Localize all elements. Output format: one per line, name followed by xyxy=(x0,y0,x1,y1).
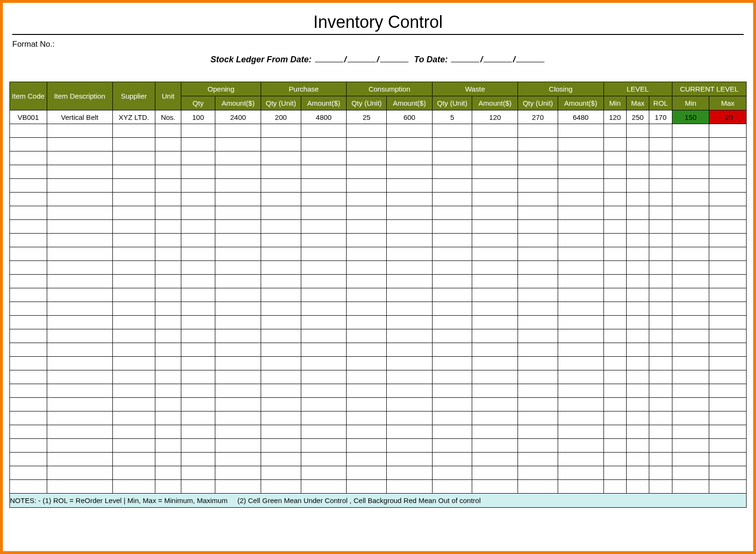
empty-cell[interactable] xyxy=(387,165,433,179)
cell-item-desc[interactable]: Vertical Belt xyxy=(47,110,112,124)
empty-cell[interactable] xyxy=(155,370,181,384)
empty-cell[interactable] xyxy=(603,288,626,302)
empty-cell[interactable] xyxy=(558,165,603,179)
empty-cell[interactable] xyxy=(181,480,215,494)
cell-opening-qty[interactable]: 100 xyxy=(181,110,215,124)
empty-cell[interactable] xyxy=(603,329,626,343)
empty-cell[interactable] xyxy=(155,261,181,275)
empty-cell[interactable] xyxy=(10,165,47,179)
empty-cell[interactable] xyxy=(558,466,603,480)
empty-cell[interactable] xyxy=(112,329,155,343)
empty-cell[interactable] xyxy=(181,179,215,193)
empty-cell[interactable] xyxy=(47,275,112,288)
empty-cell[interactable] xyxy=(387,370,433,384)
empty-cell[interactable] xyxy=(47,261,112,275)
empty-cell[interactable] xyxy=(155,384,181,398)
empty-cell[interactable] xyxy=(709,275,747,288)
empty-cell[interactable] xyxy=(649,179,672,193)
empty-cell[interactable] xyxy=(10,329,47,343)
empty-cell[interactable] xyxy=(558,357,603,370)
empty-cell[interactable] xyxy=(472,411,518,425)
empty-cell[interactable] xyxy=(112,425,155,439)
empty-cell[interactable] xyxy=(301,343,347,357)
empty-cell[interactable] xyxy=(215,411,261,425)
cell-item-code[interactable]: VB001 xyxy=(10,110,47,124)
empty-cell[interactable] xyxy=(10,179,47,193)
empty-cell[interactable] xyxy=(649,206,672,220)
empty-cell[interactable] xyxy=(558,453,603,466)
empty-cell[interactable] xyxy=(215,316,261,329)
empty-cell[interactable] xyxy=(301,425,347,439)
empty-cell[interactable] xyxy=(347,206,387,220)
empty-cell[interactable] xyxy=(181,453,215,466)
empty-cell[interactable] xyxy=(347,370,387,384)
empty-cell[interactable] xyxy=(155,302,181,316)
empty-cell[interactable] xyxy=(672,384,709,398)
empty-cell[interactable] xyxy=(472,206,518,220)
empty-cell[interactable] xyxy=(181,234,215,247)
empty-cell[interactable] xyxy=(432,329,472,343)
empty-cell[interactable] xyxy=(432,384,472,398)
empty-cell[interactable] xyxy=(112,220,155,234)
empty-cell[interactable] xyxy=(387,302,433,316)
empty-cell[interactable] xyxy=(518,234,558,247)
empty-cell[interactable] xyxy=(603,193,626,206)
empty-cell[interactable] xyxy=(112,138,155,151)
empty-cell[interactable] xyxy=(432,411,472,425)
empty-cell[interactable] xyxy=(672,302,709,316)
empty-cell[interactable] xyxy=(558,179,603,193)
empty-cell[interactable] xyxy=(558,124,603,138)
empty-cell[interactable] xyxy=(603,480,626,494)
empty-cell[interactable] xyxy=(112,316,155,329)
empty-cell[interactable] xyxy=(347,193,387,206)
empty-cell[interactable] xyxy=(155,453,181,466)
empty-cell[interactable] xyxy=(432,124,472,138)
empty-cell[interactable] xyxy=(603,411,626,425)
empty-cell[interactable] xyxy=(709,151,747,165)
empty-cell[interactable] xyxy=(649,302,672,316)
empty-cell[interactable] xyxy=(261,453,301,466)
from-date-month[interactable] xyxy=(348,56,376,62)
empty-cell[interactable] xyxy=(301,220,347,234)
empty-cell[interactable] xyxy=(301,193,347,206)
empty-cell[interactable] xyxy=(112,261,155,275)
empty-cell[interactable] xyxy=(558,384,603,398)
empty-cell[interactable] xyxy=(347,165,387,179)
empty-cell[interactable] xyxy=(47,220,112,234)
empty-cell[interactable] xyxy=(603,453,626,466)
empty-cell[interactable] xyxy=(301,453,347,466)
empty-cell[interactable] xyxy=(10,439,47,453)
empty-cell[interactable] xyxy=(10,138,47,151)
empty-cell[interactable] xyxy=(626,234,649,247)
empty-cell[interactable] xyxy=(518,138,558,151)
empty-cell[interactable] xyxy=(10,302,47,316)
empty-cell[interactable] xyxy=(603,343,626,357)
empty-cell[interactable] xyxy=(47,302,112,316)
empty-cell[interactable] xyxy=(626,439,649,453)
cell-consumption-qty[interactable]: 25 xyxy=(347,110,387,124)
empty-cell[interactable] xyxy=(347,398,387,411)
empty-cell[interactable] xyxy=(649,453,672,466)
empty-cell[interactable] xyxy=(387,124,433,138)
empty-cell[interactable] xyxy=(626,124,649,138)
empty-cell[interactable] xyxy=(472,302,518,316)
cell-consumption-amt[interactable]: 600 xyxy=(387,110,433,124)
empty-cell[interactable] xyxy=(215,193,261,206)
empty-cell[interactable] xyxy=(47,384,112,398)
empty-cell[interactable] xyxy=(112,275,155,288)
empty-cell[interactable] xyxy=(301,165,347,179)
empty-cell[interactable] xyxy=(155,220,181,234)
empty-cell[interactable] xyxy=(301,357,347,370)
empty-cell[interactable] xyxy=(347,138,387,151)
empty-cell[interactable] xyxy=(518,343,558,357)
empty-cell[interactable] xyxy=(518,384,558,398)
empty-cell[interactable] xyxy=(432,275,472,288)
empty-cell[interactable] xyxy=(626,275,649,288)
cell-unit[interactable]: Nos. xyxy=(155,110,181,124)
empty-cell[interactable] xyxy=(432,261,472,275)
empty-cell[interactable] xyxy=(261,288,301,302)
empty-cell[interactable] xyxy=(301,288,347,302)
empty-cell[interactable] xyxy=(626,247,649,261)
empty-cell[interactable] xyxy=(709,466,747,480)
empty-cell[interactable] xyxy=(112,384,155,398)
